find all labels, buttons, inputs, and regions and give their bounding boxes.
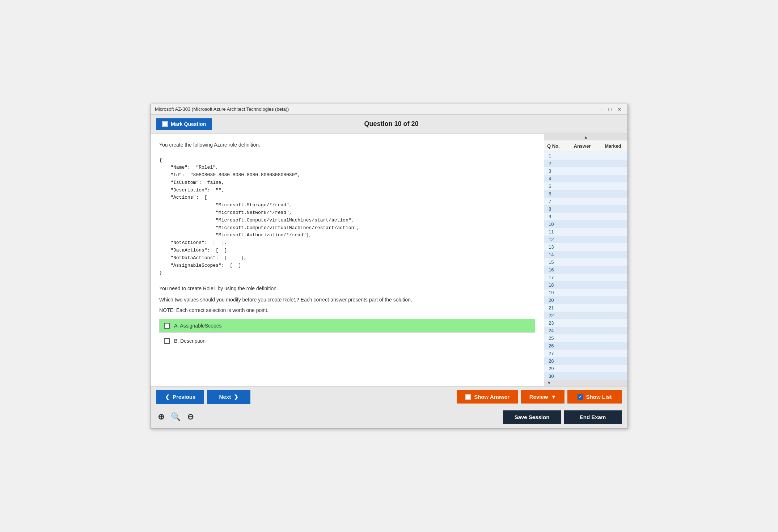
mark-question-label: Mark Question bbox=[171, 121, 206, 127]
sidebar-row[interactable]: 17 bbox=[544, 274, 627, 281]
sidebar-row[interactable]: 28 bbox=[544, 357, 627, 365]
sidebar-row[interactable]: 1 bbox=[544, 152, 627, 160]
next-button[interactable]: Next ❯ bbox=[207, 390, 250, 404]
show-list-button[interactable]: ✓ Show List bbox=[567, 390, 622, 404]
sidebar-row-num: 20 bbox=[544, 297, 566, 303]
toolbar: Mark Question Question 10 of 20 bbox=[151, 115, 627, 134]
sidebar-row[interactable]: 27 bbox=[544, 350, 627, 357]
sidebar-row-num: 16 bbox=[544, 267, 566, 273]
zoom-reset-button[interactable]: 🔍 bbox=[169, 411, 182, 422]
sidebar-row-num: 5 bbox=[544, 183, 566, 189]
option-a-label: A. AssignableScopes bbox=[174, 323, 222, 329]
sidebar-row-num: 15 bbox=[544, 259, 566, 265]
zoom-out-button[interactable]: ⊖ bbox=[186, 411, 195, 422]
sidebar-row[interactable]: 22 bbox=[544, 312, 627, 319]
zoom-in-button[interactable]: ⊕ bbox=[156, 411, 166, 422]
previous-button[interactable]: ❮ Previous bbox=[156, 390, 204, 404]
minimize-icon[interactable]: – bbox=[599, 106, 604, 112]
sidebar-row[interactable]: 3 bbox=[544, 167, 627, 175]
sidebar-row[interactable]: 5 bbox=[544, 182, 627, 190]
zoom-controls: ⊕ 🔍 ⊖ bbox=[156, 411, 195, 422]
sidebar-row-num: 26 bbox=[544, 343, 566, 349]
sidebar-row[interactable]: 29 bbox=[544, 365, 627, 372]
sidebar-row-num: 24 bbox=[544, 328, 566, 333]
question-instruction1: You need to create Role1 by using the ro… bbox=[159, 285, 535, 292]
option-a-checkbox[interactable] bbox=[164, 323, 170, 329]
save-session-label: Save Session bbox=[515, 414, 550, 420]
answer-option-b[interactable]: B. Description bbox=[159, 334, 535, 348]
mark-question-button[interactable]: Mark Question bbox=[156, 118, 212, 130]
next-label: Next bbox=[219, 394, 231, 400]
code-block: { "Name": "Role1", "Id": "80808080-8080-… bbox=[159, 154, 535, 280]
show-answer-icon bbox=[465, 394, 471, 400]
end-exam-button[interactable]: End Exam bbox=[564, 410, 622, 424]
sidebar-header-marked: Marked bbox=[599, 143, 627, 149]
save-session-button[interactable]: Save Session bbox=[503, 410, 561, 424]
sidebar-scroll-up[interactable]: ▲ bbox=[544, 134, 627, 140]
sidebar-header-qno: Q No. bbox=[544, 143, 566, 149]
sidebar-row[interactable]: 25 bbox=[544, 334, 627, 342]
sidebar-row[interactable]: 21 bbox=[544, 304, 627, 312]
sidebar-row[interactable]: 11 bbox=[544, 228, 627, 236]
sidebar-row[interactable]: 14 bbox=[544, 251, 627, 258]
show-list-label: Show List bbox=[586, 394, 612, 400]
sidebar-scroll-down[interactable]: ▼ bbox=[544, 380, 627, 386]
bottom-buttons-row: ❮ Previous Next ❯ Show Answer Review ▼ ✓… bbox=[151, 387, 627, 408]
sidebar-row-num: 3 bbox=[544, 168, 566, 174]
sidebar-row-num: 19 bbox=[544, 290, 566, 295]
sidebar-header-answer: Answer bbox=[566, 143, 599, 149]
next-arrow-icon: ❯ bbox=[234, 394, 238, 400]
sidebar-row-num: 4 bbox=[544, 176, 566, 181]
sidebar-row-num: 17 bbox=[544, 275, 566, 280]
sidebar-row-num: 12 bbox=[544, 237, 566, 242]
sidebar-row[interactable]: 18 bbox=[544, 281, 627, 289]
review-label: Review bbox=[529, 394, 548, 400]
sidebar-row-num: 29 bbox=[544, 366, 566, 371]
mark-checkbox-icon bbox=[162, 121, 168, 127]
question-area: You create the following Azure role defi… bbox=[151, 134, 544, 386]
sidebar-row[interactable]: 8 bbox=[544, 205, 627, 213]
window-title: Microsoft AZ-303 (Microsoft Azure Archit… bbox=[155, 106, 289, 112]
sidebar-row[interactable]: 9 bbox=[544, 213, 627, 220]
option-b-label: B. Description bbox=[174, 338, 206, 344]
sidebar-row[interactable]: 23 bbox=[544, 319, 627, 327]
question-instruction2: Which two values should you modify befor… bbox=[159, 296, 535, 304]
sidebar-row-num: 1 bbox=[544, 153, 566, 159]
sidebar-row-num: 21 bbox=[544, 305, 566, 311]
sidebar-row-num: 6 bbox=[544, 191, 566, 197]
sidebar-row-num: 10 bbox=[544, 221, 566, 227]
option-b-checkbox[interactable] bbox=[164, 338, 170, 344]
show-answer-label: Show Answer bbox=[474, 394, 509, 400]
sidebar-row[interactable]: 16 bbox=[544, 266, 627, 274]
show-list-icon: ✓ bbox=[578, 394, 583, 400]
sidebar-row[interactable]: 30 bbox=[544, 372, 627, 380]
review-button[interactable]: Review ▼ bbox=[521, 390, 565, 404]
sidebar-row-num: 9 bbox=[544, 214, 566, 219]
sidebar-row[interactable]: 26 bbox=[544, 342, 627, 350]
main-window: Microsoft AZ-303 (Microsoft Azure Archit… bbox=[150, 104, 628, 428]
show-answer-button[interactable]: Show Answer bbox=[457, 390, 518, 404]
sidebar-row[interactable]: 24 bbox=[544, 327, 627, 334]
sidebar-row[interactable]: 7 bbox=[544, 198, 627, 205]
close-icon[interactable]: ✕ bbox=[616, 106, 623, 112]
prev-arrow-icon: ❮ bbox=[165, 394, 170, 400]
answer-option-a[interactable]: A. AssignableScopes bbox=[159, 319, 535, 333]
sidebar-row[interactable]: 2 bbox=[544, 160, 627, 167]
sidebar-row[interactable]: 4 bbox=[544, 175, 627, 182]
sidebar-row[interactable]: 19 bbox=[544, 289, 627, 296]
previous-label: Previous bbox=[173, 394, 195, 400]
sidebar-row-num: 18 bbox=[544, 282, 566, 288]
sidebar-row-num: 7 bbox=[544, 199, 566, 204]
restore-icon[interactable]: □ bbox=[607, 106, 613, 112]
sidebar-row[interactable]: 20 bbox=[544, 296, 627, 304]
sidebar-row[interactable]: 13 bbox=[544, 243, 627, 251]
sidebar-row-num: 14 bbox=[544, 252, 566, 257]
sidebar-row[interactable]: 6 bbox=[544, 190, 627, 198]
sidebar-row[interactable]: 12 bbox=[544, 236, 627, 243]
sidebar-row[interactable]: 10 bbox=[544, 220, 627, 228]
question-note: NOTE: Each correct selection is worth on… bbox=[159, 307, 535, 313]
sidebar-row[interactable]: 15 bbox=[544, 258, 627, 266]
sidebar-row-num: 27 bbox=[544, 351, 566, 356]
review-arrow-icon: ▼ bbox=[551, 394, 556, 400]
sidebar-row-num: 8 bbox=[544, 206, 566, 212]
